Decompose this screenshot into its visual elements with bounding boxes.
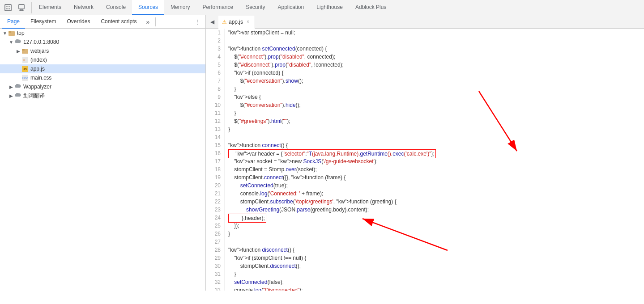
code-line-3: "kw">function setConnected(connected) { [228, 45, 644, 53]
code-line-31: } [228, 270, 644, 278]
cloud-wappalyzer-icon [14, 83, 21, 90]
line-numbers: 1234567891011121314151617181920212223242… [206, 29, 225, 291]
svg-text:JS: JS [23, 67, 27, 71]
file-html-icon: H [21, 56, 29, 63]
top-tabs: Elements Network Console Sources Memory … [33, 0, 392, 15]
tree-item-wappalyzer[interactable]: ▶ Wappalyzer [0, 82, 205, 91]
svg-text:H: H [23, 59, 25, 62]
code-line-28: "kw">function disconnect() { [228, 246, 644, 254]
tab-lighthouse[interactable]: Lighthouse [310, 0, 349, 15]
arrow-icon: ▼ [8, 40, 14, 45]
tree-label-maincss: main.css [30, 75, 51, 81]
svg-rect-0 [5, 4, 11, 11]
editor-tabs-bar: ◀ ⚠ app.js × [206, 15, 644, 29]
cloud-fanyitrans-icon [14, 92, 21, 99]
code-line-29: "kw">if (stompClient !== null) { [228, 254, 644, 262]
device-icon[interactable] [15, 2, 28, 13]
editor-tab-appjs[interactable]: ⚠ app.js × [218, 16, 255, 29]
tab-performance[interactable]: Performance [196, 0, 239, 15]
tree-item-webjars[interactable]: ▶ webjars [0, 46, 205, 55]
svg-rect-1 [19, 4, 24, 9]
code-line-23: showGreeting(JSON.parse(greeting.body).c… [228, 206, 644, 214]
toolbar-icons [2, 2, 32, 13]
file-js-icon: JS [21, 65, 29, 72]
tree-item-top[interactable]: ▼ top [0, 29, 205, 38]
tab-memory[interactable]: Memory [164, 0, 196, 15]
tree-label-index: (index) [30, 57, 47, 63]
code-line-2 [228, 37, 644, 45]
code-line-9: "kw">else { [228, 93, 644, 101]
tree-label-top: top [17, 30, 25, 36]
tree-item-maincss[interactable]: CSS main.css [0, 73, 205, 82]
editor-wrapper: 1234567891011121314151617181920212223242… [206, 29, 644, 291]
code-line-25: }); [228, 222, 644, 230]
sub-tabs: Page Filesystem Overrides Content script… [2, 15, 142, 29]
main-layout: Page Filesystem Overrides Content script… [0, 15, 644, 291]
tab-elements[interactable]: Elements [33, 0, 68, 15]
code-line-33: console.log("Disconnected"); [228, 286, 644, 291]
arrow-icon: ▶ [15, 49, 21, 54]
top-toolbar: Elements Network Console Sources Memory … [0, 0, 644, 15]
code-line-20: setConnected(true); [228, 182, 644, 190]
code-content[interactable]: "kw">var stompClient = null; "kw">functi… [225, 29, 644, 291]
tree-label-wappalyzer: Wappalyzer [23, 84, 51, 90]
code-line-4: $("#connect").prop("disabled", connected… [228, 53, 644, 61]
code-line-12: $("#greetings").html(""); [228, 117, 644, 125]
code-line-26: } [228, 230, 644, 238]
tree-item-server[interactable]: ▼ 127.0.0.1:8080 [0, 38, 205, 46]
code-line-27 [228, 238, 644, 246]
code-line-15: "kw">function connect() { [228, 141, 644, 149]
code-line-17: "kw">var socket = "kw">new SockJS('/gs-g… [228, 157, 644, 165]
svg-text:CSS: CSS [22, 76, 28, 80]
more-tabs-btn[interactable]: » [142, 16, 154, 28]
sidebar-menu-btn[interactable]: ⋮ [192, 16, 204, 28]
editor-back-btn[interactable]: ◀ [206, 16, 218, 28]
code-line-6: "kw">if (connected) { [228, 69, 644, 77]
file-tree: ▼ top ▼ 127.0.0.1:8080 ▶ [0, 29, 205, 100]
sub-toolbar: Page Filesystem Overrides Content script… [0, 15, 205, 29]
tree-item-appjs[interactable]: JS app.js [0, 64, 205, 73]
tab-application[interactable]: Application [272, 0, 311, 15]
tree-label-server: 127.0.0.1:8080 [23, 39, 59, 45]
folder-icon [8, 30, 15, 37]
code-line-1: "kw">var stompClient = null; [228, 29, 644, 37]
tab-console[interactable]: Console [100, 0, 132, 15]
tab-close-btn[interactable]: × [245, 19, 251, 25]
code-line-19: stompClient.connect({}, "kw">function (f… [228, 173, 644, 182]
tree-item-index[interactable]: H (index) [0, 55, 205, 64]
editor-area: ◀ ⚠ app.js × 123456789101112131415161718… [206, 15, 644, 291]
code-line-11: } [228, 109, 644, 117]
svg-rect-5 [9, 31, 11, 33]
arrow-icon: ▼ [2, 31, 8, 36]
subtab-page[interactable]: Page [2, 15, 25, 29]
code-line-24: },header); [228, 214, 644, 222]
warning-icon: ⚠ [222, 19, 227, 25]
code-scroll[interactable]: 1234567891011121314151617181920212223242… [206, 29, 644, 291]
code-line-8: } [228, 85, 644, 93]
arrow-icon: ▶ [8, 93, 14, 98]
code-line-7: $("#conversation").show(); [228, 77, 644, 85]
arrow-icon: ▶ [8, 84, 14, 89]
code-line-10: $("#conversation").hide(); [228, 101, 644, 109]
tab-sources[interactable]: Sources [132, 0, 164, 15]
tab-network[interactable]: Network [68, 0, 100, 15]
tab-security[interactable]: Security [239, 0, 271, 15]
tree-label-webjars: webjars [30, 48, 49, 54]
tree-label-fanyitrans: 划词翻译 [23, 92, 45, 100]
code-line-18: stompClient = Stomp.over(socket); [228, 165, 644, 173]
code-line-22: stompClient.subscribe('/topic/greetings'… [228, 198, 644, 206]
subtab-filesystem[interactable]: Filesystem [25, 15, 61, 29]
sidebar: Page Filesystem Overrides Content script… [0, 15, 206, 291]
code-line-32: setConnected(false); [228, 278, 644, 286]
tab-adblock[interactable]: Adblock Plus [349, 0, 392, 15]
file-css-icon: CSS [21, 74, 29, 81]
code-line-30: stompClient.disconnect(); [228, 262, 644, 270]
subtab-content-scripts[interactable]: Content scripts [95, 15, 142, 29]
tree-item-fanyitrans[interactable]: ▶ 划词翻译 [0, 91, 205, 100]
svg-rect-7 [22, 49, 25, 51]
subtab-overrides[interactable]: Overrides [61, 15, 95, 29]
tree-label-appjs: app.js [30, 66, 45, 72]
inspect-icon[interactable] [2, 2, 14, 13]
cloud-icon [14, 38, 21, 46]
code-line-16: "kw">var header = {"selector":"T(java.la… [228, 149, 644, 157]
